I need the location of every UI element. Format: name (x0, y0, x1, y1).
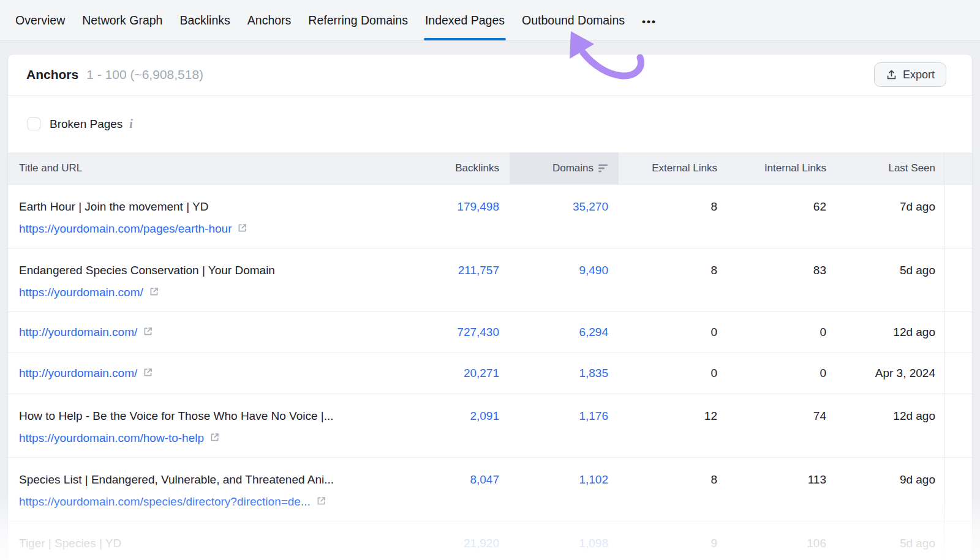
column-header-last-seen[interactable]: Last Seen (837, 152, 946, 184)
page-url-link[interactable]: https://yourdomain.com/species/directory… (19, 494, 311, 510)
backlinks-count-link[interactable]: 211,757 (458, 264, 499, 277)
filter-row: Broken Pages i (8, 95, 972, 152)
tab-network-graph[interactable]: Network Graph (74, 0, 171, 40)
column-header-domains-label: Domains (552, 162, 594, 174)
table-row: Endangered Species Conservation | Your D… (8, 248, 972, 312)
table-row: http://yourdomain.com/ 727,430 6,294 0 0… (8, 312, 972, 353)
external-link-icon[interactable] (237, 223, 247, 236)
broken-pages-checkbox[interactable] (28, 118, 40, 130)
domains-count-link[interactable]: 1,098 (579, 537, 608, 550)
backlinks-count-link[interactable]: 179,498 (457, 200, 499, 213)
sort-descending-icon (598, 164, 608, 173)
internal-links-count: 74 (728, 408, 837, 424)
anchors-panel: Anchors 1 - 100 (~6,908,518) Export Brok… (7, 54, 973, 560)
external-link-icon[interactable] (316, 496, 326, 509)
backlinks-count-link[interactable]: 727,430 (457, 326, 499, 338)
external-links-count: 8 (619, 263, 728, 278)
last-seen-value: 7d ago (837, 199, 946, 215)
domains-count-link[interactable]: 1,176 (579, 409, 608, 422)
backlinks-count-link[interactable]: 21,920 (464, 537, 499, 550)
internal-links-count: 0 (728, 365, 837, 381)
column-header-internal-links[interactable]: Internal Links (728, 152, 837, 184)
page-url-link[interactable]: https://yourdomain.com/ (19, 285, 143, 301)
tab-referring-domains[interactable]: Referring Domains (300, 0, 417, 40)
domains-count-link[interactable]: 35,270 (573, 200, 608, 213)
domains-count-link[interactable]: 6,294 (579, 326, 608, 338)
backlinks-count-link[interactable]: 8,047 (470, 473, 499, 486)
page-title-text: Tiger | Species | YD (19, 536, 412, 551)
info-icon[interactable]: i (129, 117, 133, 131)
column-header-domains[interactable]: Domains (510, 152, 619, 184)
table-row: How to Help - Be the Voice for Those Who… (8, 394, 972, 457)
last-seen-value: 12d ago (837, 324, 946, 340)
broken-pages-label: Broken Pages (50, 118, 123, 131)
internal-links-count: 83 (728, 263, 837, 278)
external-links-count: 9 (619, 536, 728, 551)
internal-links-count: 106 (728, 536, 837, 551)
external-link-icon[interactable] (143, 326, 153, 339)
top-navigation: Overview Network Graph Backlinks Anchors… (0, 0, 980, 41)
table-row: Earth Hour | Join the movement | YD http… (8, 184, 972, 248)
external-links-count: 12 (619, 408, 728, 424)
internal-links-count: 113 (728, 472, 837, 488)
table-row: http://yourdomain.com/ 20,271 1,835 0 0 … (8, 353, 972, 394)
results-table: Title and URL Backlinks Domains External… (8, 152, 972, 560)
external-links-count: 8 (619, 199, 728, 215)
table-row: Tiger | Species | YD 21,920 1,098 9 106 … (8, 521, 972, 560)
external-links-count: 0 (619, 365, 728, 381)
internal-links-count: 0 (728, 324, 837, 340)
last-seen-value: 12d ago (837, 408, 946, 424)
column-header-title-and-url[interactable]: Title and URL (8, 152, 424, 184)
backlinks-count-link[interactable]: 2,091 (470, 409, 499, 422)
export-upload-icon (886, 69, 897, 81)
tab-backlinks[interactable]: Backlinks (171, 0, 238, 40)
table-header-row: Title and URL Backlinks Domains External… (8, 152, 972, 184)
column-header-backlinks[interactable]: Backlinks (424, 152, 510, 184)
export-button-label: Export (903, 69, 935, 81)
page-title-text: Species List | Endangered, Vulnerable, a… (19, 472, 412, 488)
page-title-text: How to Help - Be the Voice for Those Who… (19, 408, 412, 424)
external-links-count: 0 (619, 324, 728, 340)
table-row: Species List | Endangered, Vulnerable, a… (8, 457, 972, 521)
page-title-text: Endangered Species Conservation | Your D… (19, 263, 412, 278)
external-links-count: 8 (619, 472, 728, 488)
domains-count-link[interactable]: 1,835 (579, 367, 608, 379)
panel-title: Anchors (26, 67, 78, 82)
last-seen-value: Apr 3, 2024 (837, 365, 946, 381)
last-seen-value: 5d ago (837, 536, 946, 551)
external-link-icon[interactable] (149, 286, 159, 299)
tab-indexed-pages[interactable]: Indexed Pages (417, 0, 513, 40)
domains-count-link[interactable]: 9,490 (579, 264, 608, 277)
page-url-link[interactable]: http://yourdomain.com/ (19, 365, 137, 381)
result-range: 1 - 100 (~6,908,518) (86, 67, 203, 82)
domains-count-link[interactable]: 1,102 (579, 473, 608, 486)
tab-overview[interactable]: Overview (7, 0, 74, 40)
internal-links-count: 62 (728, 199, 837, 215)
tab-anchors[interactable]: Anchors (239, 0, 300, 40)
page-url-link[interactable]: https://yourdomain.com/how-to-help (19, 430, 204, 446)
page-title-text: Earth Hour | Join the movement | YD (19, 199, 412, 215)
more-tabs-button[interactable]: ••• (633, 0, 665, 40)
external-link-icon[interactable] (209, 432, 220, 445)
last-seen-value: 9d ago (837, 472, 946, 488)
page-url-link[interactable]: http://yourdomain.com/ (19, 324, 137, 340)
external-link-icon[interactable] (143, 367, 153, 380)
last-seen-value: 5d ago (837, 263, 946, 278)
backlinks-count-link[interactable]: 20,271 (464, 367, 499, 379)
export-button[interactable]: Export (874, 62, 946, 87)
page-url-link[interactable]: https://yourdomain.com/pages/earth-hour (19, 221, 232, 237)
tab-outbound-domains[interactable]: Outbound Domains (513, 0, 633, 40)
panel-header: Anchors 1 - 100 (~6,908,518) Export (8, 54, 972, 95)
column-header-external-links[interactable]: External Links (619, 152, 728, 184)
scrollbar-track[interactable] (944, 152, 944, 560)
